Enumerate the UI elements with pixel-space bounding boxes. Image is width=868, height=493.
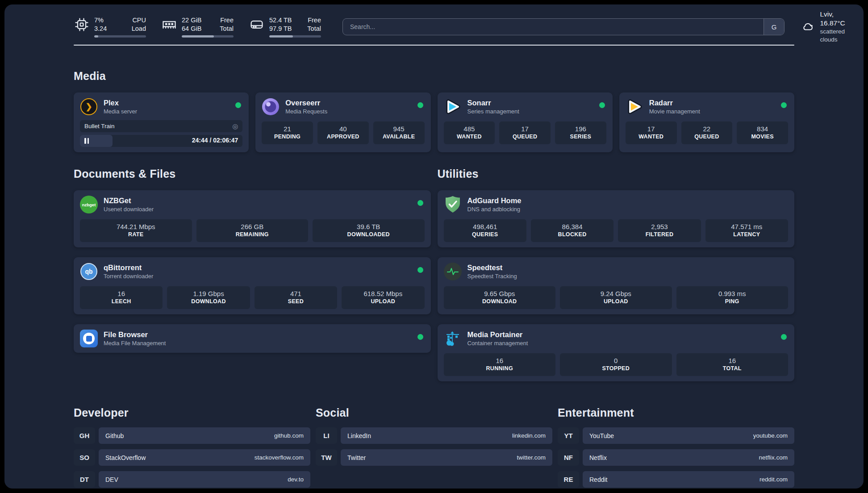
link-reddit[interactable]: Reddit reddit.com bbox=[583, 471, 794, 488]
app-name: Overseerr bbox=[285, 98, 327, 108]
stat-wanted: 485WANTED bbox=[444, 121, 495, 144]
stat-available: 945AVAILABLE bbox=[373, 121, 425, 144]
app-desc: DNS and adblocking bbox=[467, 205, 522, 213]
disk-progress bbox=[269, 35, 321, 38]
cpu-load: 3.24 bbox=[94, 25, 120, 33]
stat-download: 9.65 GbpsDOWNLOAD bbox=[444, 286, 556, 309]
search-engine-button[interactable]: G bbox=[764, 19, 784, 35]
weather-condition: scattered clouds bbox=[820, 28, 851, 44]
stat-latency: 47.571 msLATENCY bbox=[705, 219, 788, 242]
ram-stat: 22 GiB 64 GiB Free Total bbox=[161, 16, 234, 38]
disk-free: 52.4 TB bbox=[269, 16, 295, 25]
link-abbr: NF bbox=[558, 449, 579, 466]
documents-column: Documents & Files nzbget NZBGet Usenet d… bbox=[74, 167, 431, 353]
app-name: File Browser bbox=[104, 330, 166, 339]
now-playing-row: Bullet Train ◎ bbox=[80, 120, 242, 132]
stat-download: 1.19 GbpsDOWNLOAD bbox=[167, 286, 250, 309]
status-online-dot bbox=[417, 267, 423, 273]
stat-rate: 744.21 MbpsRATE bbox=[80, 219, 192, 242]
app-card-qbittorrent[interactable]: qb qBittorrent Torrent downloader 16LEEC… bbox=[74, 257, 431, 314]
app-card-portainer[interactable]: Media Portainer Container management 16R… bbox=[438, 324, 795, 381]
stat-approved: 40APPROVED bbox=[317, 121, 369, 144]
link-abbr: DT bbox=[74, 471, 95, 488]
link-abbr: GH bbox=[74, 427, 95, 444]
overseerr-icon bbox=[262, 98, 280, 116]
app-desc: Speedtest Tracking bbox=[467, 272, 517, 280]
section-title-social: Social bbox=[316, 406, 552, 419]
cloud-icon bbox=[801, 17, 814, 36]
weather-widget: Lviv, 16.87°C scattered clouds bbox=[801, 10, 851, 44]
ram-label-1: Free bbox=[213, 16, 234, 25]
app-name: Radarr bbox=[649, 98, 700, 108]
session-info-icon[interactable]: ◎ bbox=[232, 122, 238, 130]
stat-seed: 471SEED bbox=[255, 286, 337, 309]
radarr-icon bbox=[626, 98, 643, 116]
disk-label-1: Free bbox=[300, 16, 321, 25]
app-card-overseerr[interactable]: Overseerr Media Requests 21PENDING 40APP… bbox=[255, 92, 430, 152]
link-netflix[interactable]: Netflix netflix.com bbox=[583, 449, 794, 466]
app-desc: Usenet downloader bbox=[104, 205, 154, 213]
section-title-media: Media bbox=[74, 70, 794, 83]
stat-running: 16RUNNING bbox=[444, 353, 556, 376]
filebrowser-icon bbox=[80, 330, 98, 347]
stat-queries: 498,461QUERIES bbox=[444, 219, 526, 242]
app-name: qBittorrent bbox=[104, 263, 153, 272]
link-github[interactable]: Github github.com bbox=[99, 427, 310, 444]
status-online-dot bbox=[599, 102, 605, 108]
cpu-label-1: CPU bbox=[125, 16, 146, 25]
link-youtube[interactable]: YouTube youtube.com bbox=[583, 427, 794, 444]
link-row-netflix: NF Netflix netflix.com bbox=[558, 449, 794, 466]
link-dev[interactable]: DEV dev.to bbox=[99, 471, 310, 488]
app-card-radarr[interactable]: Radarr Movie management 17WANTED 22QUEUE… bbox=[619, 92, 794, 152]
app-name: Media Portainer bbox=[467, 330, 528, 339]
stat-ping: 0.993 msPING bbox=[676, 286, 789, 309]
stat-upload: 618.52 MbpsUPLOAD bbox=[342, 286, 424, 309]
link-stackoverflow[interactable]: StackOverflow stackoverflow.com bbox=[99, 449, 310, 466]
link-twitter[interactable]: Twitter twitter.com bbox=[341, 449, 552, 466]
developer-section: Developer GH Github github.com SO StackO… bbox=[74, 406, 310, 488]
weather-summary: Lviv, 16.87°C bbox=[820, 10, 851, 28]
link-row-twitter: TW Twitter twitter.com bbox=[316, 449, 552, 466]
now-playing-title: Bullet Train bbox=[84, 123, 232, 130]
media-cards-row: ❯ Plex Media server Bullet Train ◎ 24:44… bbox=[74, 92, 794, 152]
stat-queued: 22QUEUED bbox=[681, 121, 733, 144]
status-online-dot bbox=[417, 334, 423, 340]
app-name: Sonarr bbox=[467, 98, 519, 108]
search-input[interactable] bbox=[343, 23, 764, 30]
status-online-dot bbox=[781, 334, 787, 340]
dashboard-panel: 7% 3.24 CPU Load bbox=[4, 4, 864, 489]
app-card-nzbget[interactable]: nzbget NZBGet Usenet downloader 744.21 M… bbox=[74, 190, 431, 247]
stat-movies: 834MOVIES bbox=[737, 121, 788, 144]
link-abbr: TW bbox=[316, 449, 337, 466]
app-card-plex[interactable]: ❯ Plex Media server Bullet Train ◎ 24:44… bbox=[74, 92, 249, 152]
app-name: Plex bbox=[104, 98, 137, 108]
app-desc: Media Requests bbox=[285, 108, 327, 116]
app-desc: Torrent downloader bbox=[104, 272, 153, 280]
app-card-adguard[interactable]: AdGuard Home DNS and adblocking 498,461Q… bbox=[438, 190, 795, 247]
stat-downloaded: 39.6 TBDOWNLOADED bbox=[313, 219, 425, 242]
link-row-github: GH Github github.com bbox=[74, 427, 310, 444]
link-linkedin[interactable]: LinkedIn linkedin.com bbox=[341, 427, 552, 444]
app-card-speedtest[interactable]: Speedtest Speedtest Tracking 9.65 GbpsDO… bbox=[438, 257, 795, 314]
section-title-entertainment: Entertainment bbox=[558, 406, 794, 419]
app-name: NZBGet bbox=[104, 196, 154, 205]
disk-stat: 52.4 TB 97.9 TB Free Total bbox=[249, 16, 321, 38]
pause-button[interactable] bbox=[84, 138, 89, 144]
app-desc: Media File Management bbox=[104, 339, 166, 347]
link-row-linkedin: LI LinkedIn linkedin.com bbox=[316, 427, 552, 444]
stat-blocked: 86,384BLOCKED bbox=[531, 219, 613, 242]
entertainment-section: Entertainment YT YouTube youtube.com NF … bbox=[558, 406, 794, 488]
disk-label-2: Total bbox=[300, 25, 321, 33]
link-row-dev: DT DEV dev.to bbox=[74, 471, 310, 488]
top-bar: 7% 3.24 CPU Load bbox=[74, 16, 794, 38]
cpu-usage: 7% bbox=[94, 16, 120, 25]
playback-time: 24:44 / 02:06:47 bbox=[192, 137, 238, 144]
app-name: AdGuard Home bbox=[467, 196, 522, 205]
link-abbr: SO bbox=[74, 449, 95, 466]
section-title-documents: Documents & Files bbox=[74, 167, 431, 180]
app-card-sonarr[interactable]: Sonarr Series management 485WANTED 17QUE… bbox=[438, 92, 613, 152]
section-title-utilities: Utilities bbox=[438, 167, 795, 180]
app-card-filebrowser[interactable]: File Browser Media File Management bbox=[74, 324, 431, 353]
stat-stopped: 0STOPPED bbox=[560, 353, 672, 376]
stat-pending: 21PENDING bbox=[262, 121, 313, 144]
